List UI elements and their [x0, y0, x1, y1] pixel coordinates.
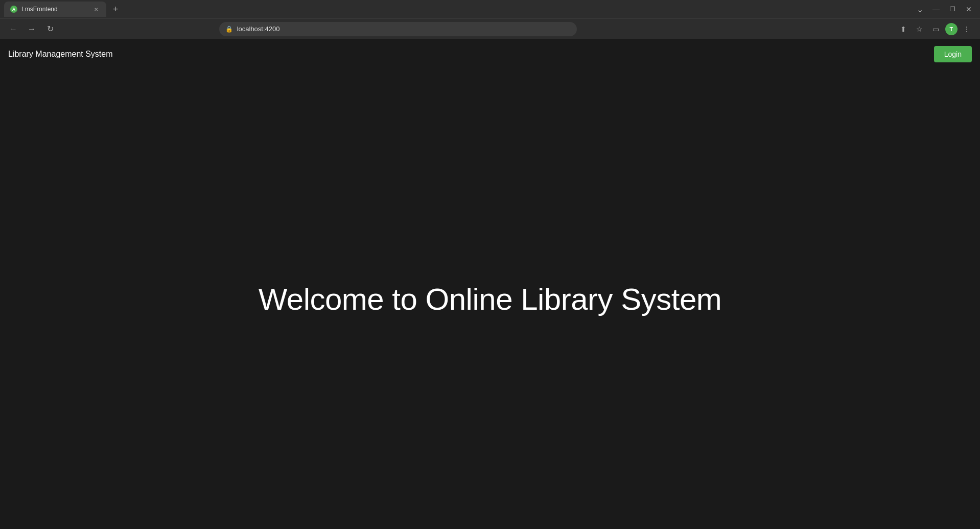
reload-button[interactable]: ↻: [43, 22, 57, 36]
split-view-button[interactable]: ▭: [929, 22, 943, 36]
window-minimize-button[interactable]: —: [929, 2, 943, 16]
back-button[interactable]: ←: [6, 22, 20, 36]
app-navbar: Library Management System Login: [0, 39, 980, 70]
main-content: Welcome to Online Library System: [0, 70, 980, 529]
login-button[interactable]: Login: [934, 46, 972, 62]
app-container: Library Management System Login Welcome …: [0, 39, 980, 529]
welcome-heading: Welcome to Online Library System: [259, 282, 722, 317]
tab-title: LmsFrontend: [21, 6, 88, 13]
bookmark-button[interactable]: ☆: [913, 22, 927, 36]
browser-menu-button[interactable]: ⋮: [960, 22, 974, 36]
forward-button[interactable]: →: [25, 22, 39, 36]
window-dropdown-button[interactable]: ⌄: [913, 2, 927, 16]
lock-icon: 🔒: [225, 26, 233, 33]
address-box[interactable]: 🔒 localhost:4200: [219, 22, 577, 36]
window-controls: ⌄ — ❐ ✕: [913, 2, 976, 16]
browser-address-bar: ← → ↻ 🔒 localhost:4200 ⬆ ☆ ▭ T ⋮: [0, 18, 980, 39]
browser-tab[interactable]: A LmsFrontend ✕: [4, 2, 106, 17]
new-tab-button[interactable]: +: [108, 2, 123, 16]
tab-close-button[interactable]: ✕: [92, 5, 100, 13]
browser-chrome: A LmsFrontend ✕ + ⌄ — ❐ ✕: [0, 0, 980, 39]
window-restore-button[interactable]: ❐: [945, 2, 960, 16]
browser-title-bar: A LmsFrontend ✕ + ⌄ — ❐ ✕: [0, 0, 980, 18]
window-close-button[interactable]: ✕: [962, 2, 976, 16]
profile-avatar[interactable]: T: [945, 23, 958, 35]
share-button[interactable]: ⬆: [896, 22, 911, 36]
browser-toolbar-right: ⬆ ☆ ▭ T ⋮: [896, 22, 974, 36]
tab-favicon: A: [10, 6, 17, 13]
url-text: localhost:4200: [237, 25, 571, 33]
app-brand: Library Management System: [8, 50, 113, 59]
